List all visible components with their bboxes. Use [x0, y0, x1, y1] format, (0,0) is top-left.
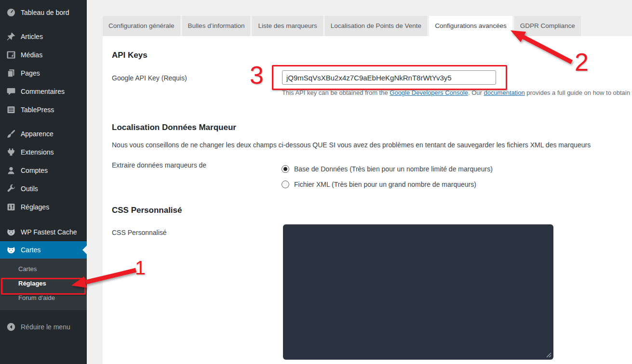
documentation-link[interactable]: documentation [484, 89, 524, 96]
settings-panel: API Keys Google API Key (Requis) This AP… [103, 36, 632, 364]
tab-bulles-information[interactable]: Bulles d’information [182, 16, 251, 36]
tab-gdpr-compliance[interactable]: GDPR Compliance [514, 16, 581, 36]
sidebar-item-label: Outils [21, 185, 38, 193]
cartes-submenu: Cartes Réglages Forum d’aide [0, 259, 87, 310]
plugin-icon [6, 147, 16, 157]
sliders-icon [6, 202, 16, 212]
sidebar-item-label: TablePress [21, 106, 54, 114]
sidebar-item-label: Apparence [21, 130, 54, 138]
sidebar-item-extensions[interactable]: Extensions [0, 143, 87, 161]
admin-sidebar: Tableau de bord Articles Médias Pages Co… [0, 0, 87, 364]
sidebar-item-label: Réglages [21, 203, 49, 211]
menu-separator [0, 216, 87, 223]
submenu-item-cartes[interactable]: Cartes [0, 262, 87, 276]
map-plugin-icon [6, 245, 16, 255]
google-api-key-input[interactable] [282, 70, 496, 85]
user-icon [6, 166, 16, 175]
sidebar-item-tablepress[interactable]: TablePress [0, 101, 87, 119]
sidebar-item-label: Articles [21, 33, 43, 40]
sidebar-item-outils[interactable]: Outils [0, 180, 87, 198]
sidebar-item-reglages[interactable]: Réglages [0, 198, 87, 216]
sidebar-item-label: Commentaires [21, 88, 65, 95]
sidebar-item-pages[interactable]: Pages [0, 64, 87, 82]
tab-configuration-generale[interactable]: Configuration générale [103, 16, 180, 36]
custom-css-heading: CSS Personnalisé [112, 206, 182, 215]
comment-icon [6, 87, 16, 96]
sidebar-item-tableau-de-bord[interactable]: Tableau de bord [0, 3, 87, 22]
collapse-arrow-icon [6, 322, 16, 332]
google-developers-console-link[interactable]: Google Developers Console [390, 89, 468, 96]
brush-icon [6, 129, 16, 139]
extract-marker-data-label: Extraire données marqueurs de [112, 161, 206, 169]
submenu-item-forum-daide[interactable]: Forum d’aide [0, 291, 87, 305]
sidebar-item-cartes[interactable]: Cartes [0, 241, 87, 259]
sidebar-item-wp-fastest-cache[interactable]: WP Fastest Cache [0, 223, 87, 241]
xml-radio-button[interactable] [282, 181, 289, 188]
api-key-help-text: This API key can be obtained from the Go… [282, 89, 632, 96]
sidebar-item-label: Médias [21, 51, 42, 59]
dashboard-icon [6, 8, 16, 17]
table-list-icon [6, 105, 16, 115]
settings-tab-bar: Configuration générale Bulles d’informat… [103, 16, 581, 36]
xml-radio-label: Fichier XML (Très bien pour un grand nom… [294, 181, 476, 188]
pushpin-icon [6, 32, 16, 41]
marker-data-notice: Nous vous conseillons de ne changer les … [112, 141, 591, 149]
sidebar-item-medias[interactable]: Médias [0, 46, 87, 64]
sidebar-item-label: Cartes [21, 246, 40, 254]
radio-selected-dot [283, 167, 287, 171]
api-keys-heading: API Keys [112, 51, 148, 60]
tab-configurations-avancees[interactable]: Configurations avancées [429, 16, 512, 36]
menu-separator [0, 22, 87, 27]
cheetah-icon [6, 227, 16, 237]
menu-separator [0, 119, 87, 125]
database-radio-label: Base de Données (Très bien pour un nombr… [294, 165, 493, 173]
sidebar-item-label: WP Fastest Cache [21, 228, 77, 236]
google-api-key-label: Google API Key (Requis) [112, 74, 187, 82]
custom-css-editor[interactable] [283, 224, 553, 360]
tab-localisation-points-de-vente[interactable]: Localisation de Points de Vente [325, 16, 427, 36]
sidebar-item-apparence[interactable]: Apparence [0, 125, 87, 143]
sidebar-item-commentaires[interactable]: Commentaires [0, 82, 87, 101]
resize-grip-icon[interactable] [545, 351, 551, 358]
collapse-menu-button[interactable]: Réduire le menu [0, 318, 87, 336]
submenu-item-reglages[interactable]: Réglages [0, 276, 87, 291]
sidebar-item-label: Pages [21, 69, 40, 77]
sidebar-item-comptes[interactable]: Comptes [0, 161, 87, 180]
tab-liste-des-marqueurs[interactable]: Liste des marqueurs [252, 16, 323, 36]
custom-css-label: CSS Personnalisé [112, 229, 167, 236]
sidebar-item-articles[interactable]: Articles [0, 27, 87, 46]
marker-source-option-database: Base de Données (Très bien pour un nombr… [282, 164, 493, 174]
marker-source-option-xml: Fichier XML (Très bien pour un grand nom… [282, 180, 476, 189]
wrench-icon [6, 184, 16, 194]
media-icon [6, 50, 16, 60]
database-radio-button[interactable] [282, 165, 289, 173]
sidebar-item-label: Extensions [21, 148, 54, 156]
marker-data-heading: Localisation Données Marqueur [112, 123, 236, 132]
pages-icon [6, 68, 16, 78]
sidebar-item-label: Tableau de bord [21, 9, 69, 16]
sidebar-item-label: Comptes [21, 167, 48, 174]
collapse-menu-label: Réduire le menu [21, 323, 70, 331]
